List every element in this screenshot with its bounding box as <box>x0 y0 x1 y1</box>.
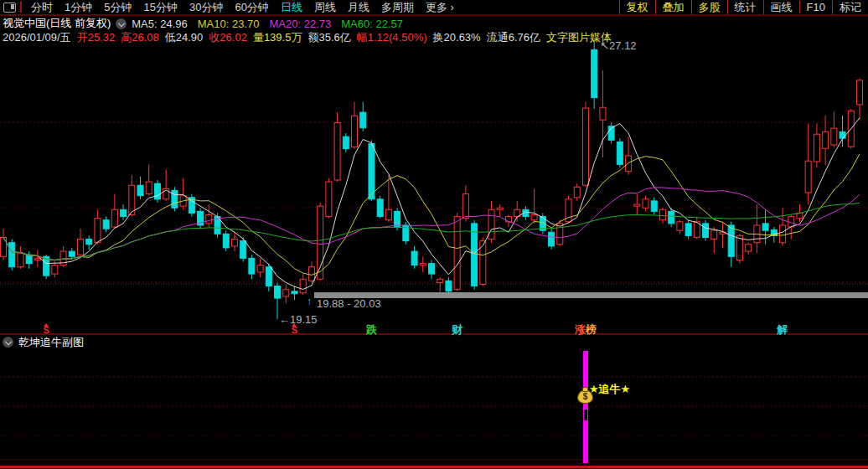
main-chart-svg <box>0 0 868 469</box>
range-highlight-bar <box>314 292 868 298</box>
subpanel-group <box>0 351 868 463</box>
signal-bar <box>583 351 588 463</box>
signal-bar-notch <box>584 410 587 420</box>
trading-app-window: 分时1分钟5分钟15分钟30分钟60分钟日线周线月线多周期更多 › 复权叠加多股… <box>0 0 868 469</box>
candles-group <box>1 42 863 319</box>
